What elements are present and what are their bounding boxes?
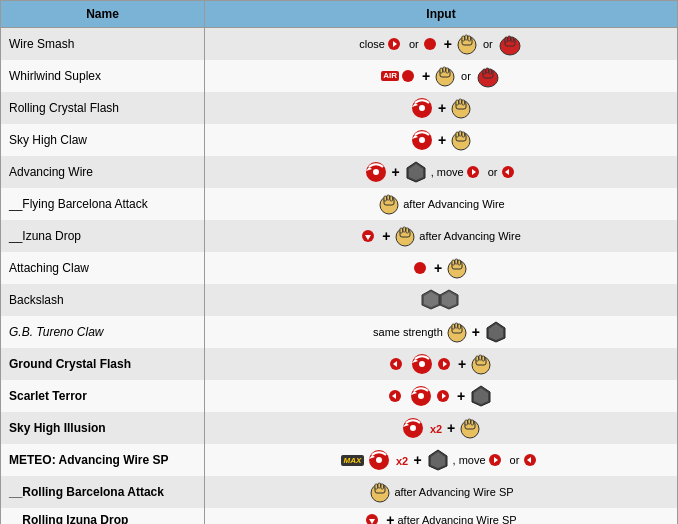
svg-rect-64	[458, 260, 461, 265]
svg-text:x2: x2	[396, 455, 408, 467]
svg-rect-5	[462, 36, 465, 41]
plus-sign: +	[382, 228, 390, 244]
table-row: Sky High Claw +	[1, 124, 678, 156]
svg-rect-16	[440, 68, 443, 73]
move-name: Ground Crystal Flash	[9, 357, 131, 371]
table-row: Ground Crystal Flash +	[1, 348, 678, 380]
svg-rect-50	[387, 195, 390, 200]
same-strength-label: same strength	[373, 326, 443, 338]
table-row: METEO: Advancing Wire SP MAX x2 + , mov	[1, 444, 678, 476]
svg-rect-108	[375, 484, 378, 489]
forward-arrow-icon2	[437, 357, 455, 371]
input-cell: MAX x2 + , move or	[213, 448, 669, 472]
punch-icon	[377, 192, 401, 216]
svg-rect-56	[400, 228, 403, 233]
after-label: after Advancing Wire	[403, 198, 505, 210]
hcb-motion-icon	[400, 417, 426, 439]
input-cell: + after Advancing Wire	[213, 224, 669, 248]
hcb-motion-icon	[409, 129, 435, 151]
table-row: G.B. Tureno Claw same strength +	[1, 316, 678, 348]
svg-point-42	[373, 169, 379, 175]
input-cell: same strength +	[213, 320, 669, 344]
input-cell: +	[213, 384, 669, 408]
punch-icon	[469, 352, 493, 376]
input-cell	[213, 288, 669, 312]
table-row: Wire Smash close or + or	[1, 28, 678, 61]
svg-point-91	[410, 425, 416, 431]
svg-rect-67	[452, 324, 455, 329]
plus-sign: +	[444, 36, 452, 52]
or-label: or	[510, 454, 520, 466]
x2-icon: x2	[428, 420, 444, 436]
table-row: Advancing Wire + , move or	[1, 156, 678, 188]
input-cell: +	[213, 256, 669, 280]
table-row: __Rolling Izuna Drop + after Advancing W…	[1, 508, 678, 524]
svg-rect-38	[459, 131, 462, 136]
plus-sign: +	[438, 132, 446, 148]
or-label2: or	[483, 38, 493, 50]
svg-rect-11	[508, 36, 511, 41]
kick-icon	[403, 160, 429, 184]
svg-point-86	[418, 393, 424, 399]
svg-rect-51	[390, 196, 393, 201]
forward-arrow-icon	[387, 37, 405, 51]
svg-rect-63	[455, 259, 458, 264]
input-cell: +	[213, 96, 669, 120]
punch-icon	[449, 128, 473, 152]
or-label: or	[409, 38, 419, 50]
plus-sign: +	[447, 420, 455, 436]
input-cell: +	[213, 352, 669, 376]
input-cell: close or + or	[213, 32, 669, 56]
table-row: __Rolling Barcelona Attack after Advanci…	[1, 476, 678, 508]
svg-rect-97	[471, 420, 474, 425]
plus-sign: +	[422, 68, 430, 84]
table-row: Backslash	[1, 284, 678, 316]
kick-icon	[483, 320, 509, 344]
svg-rect-62	[452, 260, 455, 265]
moves-table: Name Input Wire Smash close or + or	[0, 0, 678, 524]
move-name: Advancing Wire	[9, 165, 93, 179]
plus-sign: +	[457, 388, 465, 404]
svg-rect-12	[511, 37, 514, 42]
input-cell: +	[213, 128, 669, 152]
forward-arrow-icon	[488, 453, 506, 467]
svg-rect-37	[456, 132, 459, 137]
plus-sign: +	[458, 356, 466, 372]
close-label: close	[359, 38, 385, 50]
svg-rect-81	[482, 356, 485, 361]
air-badge: AIR	[381, 71, 399, 81]
move-name: __Izuna Drop	[9, 229, 81, 243]
move-name: Backslash	[9, 293, 64, 307]
input-cell: x2 +	[213, 416, 669, 440]
svg-rect-6	[465, 35, 468, 40]
kick-icon	[425, 448, 451, 472]
heavy-icon	[497, 32, 523, 56]
svg-rect-58	[406, 228, 409, 233]
svg-point-34	[419, 137, 425, 143]
table-row: Whirlwind Suplex AIR + or	[1, 60, 678, 92]
punch-icon	[445, 256, 469, 280]
back-arrow-icon	[501, 165, 519, 179]
col-input-header: Input	[205, 1, 678, 28]
svg-rect-31	[462, 100, 465, 105]
svg-point-2	[424, 38, 436, 50]
move-name: __Rolling Barcelona Attack	[9, 485, 164, 499]
plus-sign: +	[392, 164, 400, 180]
hcb-motion-icon	[366, 449, 392, 471]
punch-icon	[458, 416, 482, 440]
svg-rect-69	[458, 324, 461, 329]
svg-rect-23	[489, 69, 492, 74]
forward-arrow-icon	[466, 165, 484, 179]
after-label: after Advancing Wire SP	[394, 486, 513, 498]
table-row: Sky High Illusion x2 +	[1, 412, 678, 444]
heavy-icon	[475, 64, 501, 88]
plus-sign: +	[386, 512, 394, 524]
input-cell: + , move or	[213, 160, 669, 184]
move-label: , move	[431, 166, 464, 178]
move-name: Rolling Crystal Flash	[9, 101, 119, 115]
plus-sign: +	[434, 260, 442, 276]
move-name: __Flying Barcelona Attack	[9, 197, 148, 211]
or-label: or	[488, 166, 498, 178]
after-label: after Advancing Wire	[419, 230, 521, 242]
down-arrow-icon	[361, 229, 379, 243]
